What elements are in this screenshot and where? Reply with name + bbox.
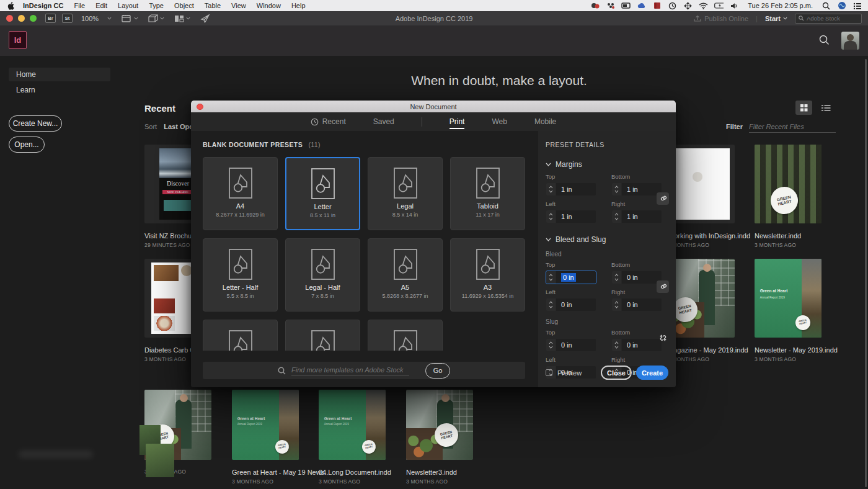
slug-bottom-field[interactable]: 0 in xyxy=(611,338,662,352)
volume-icon[interactable] xyxy=(730,1,739,10)
recent-file-card[interactable]: Green at Heart Annual Report 2019 GREEN … xyxy=(232,390,301,485)
menu-object[interactable]: Object xyxy=(174,2,194,9)
margins-section-header[interactable]: Margins xyxy=(546,160,668,169)
status-app-icon-2[interactable] xyxy=(606,1,615,10)
adobe-stock-searchbox[interactable] xyxy=(795,14,862,24)
tab-recent[interactable]: Recent xyxy=(311,112,346,131)
tab-web[interactable]: Web xyxy=(492,112,507,131)
status-cloud-icon[interactable] xyxy=(637,1,646,10)
view-options-dropdown[interactable] xyxy=(122,14,138,22)
preset-card-legal[interactable]: Legal 8.5 x 14 in xyxy=(368,157,443,230)
close-button[interactable]: Close xyxy=(601,366,632,380)
start-dropdown[interactable]: Start xyxy=(765,15,787,22)
template-search-input[interactable] xyxy=(291,366,409,375)
apple-menu-icon[interactable] xyxy=(7,2,14,10)
recent-file-card[interactable]: GREEN HEART magazine - May 2019.indd 3 M… xyxy=(668,259,737,362)
move-tool-icon[interactable] xyxy=(683,1,693,10)
battery-icon[interactable] xyxy=(714,1,724,10)
unlink-slug-icon[interactable] xyxy=(657,332,669,344)
recent-file-card[interactable]: Green at Heart Annual Report 2019 GREEN … xyxy=(319,390,388,485)
preset-card-a3[interactable]: A3 11.6929 x 16.5354 in xyxy=(450,238,525,312)
spotlight-icon[interactable] xyxy=(822,1,831,10)
menu-table[interactable]: Table xyxy=(205,2,221,9)
stepper-control[interactable] xyxy=(612,298,621,311)
stepper-control[interactable] xyxy=(612,183,621,195)
menu-window[interactable]: Window xyxy=(257,2,281,9)
margin-bottom-field[interactable]: 1 in xyxy=(611,182,662,196)
margin-right-field[interactable]: 1 in xyxy=(611,210,662,223)
screen-mode-dropdown[interactable] xyxy=(148,14,164,22)
link-bleed-icon[interactable] xyxy=(657,280,669,293)
bleed-left-field[interactable]: 0 in xyxy=(546,298,596,312)
tab-mobile[interactable]: Mobile xyxy=(534,112,556,131)
sidebar-item-home[interactable]: Home xyxy=(9,68,110,81)
menubar-app-name[interactable]: InDesign CC xyxy=(23,2,63,9)
margin-left-field[interactable]: 1 in xyxy=(546,210,596,223)
adobe-stock-search-input[interactable] xyxy=(807,15,856,22)
time-machine-icon[interactable] xyxy=(668,1,677,10)
menu-type[interactable]: Type xyxy=(149,2,164,9)
preset-card-a4[interactable]: A4 8.2677 x 11.6929 in xyxy=(203,157,278,230)
publish-online-button[interactable]: Publish Online xyxy=(694,15,748,22)
menu-view[interactable]: View xyxy=(231,2,246,9)
preview-checkbox[interactable] xyxy=(546,369,552,376)
arrange-documents-dropdown[interactable] xyxy=(174,15,190,22)
create-button[interactable]: Create xyxy=(636,366,668,380)
open-button[interactable]: Open... xyxy=(9,137,45,153)
stepper-control[interactable] xyxy=(546,183,556,195)
bleed-top-field[interactable]: 0 in xyxy=(546,271,596,284)
stepper-control[interactable] xyxy=(612,210,621,223)
create-new-button[interactable]: Create New... xyxy=(9,115,62,132)
bridge-button[interactable]: Br xyxy=(45,14,56,23)
status-app-icon-1[interactable] xyxy=(590,1,600,10)
stock-button[interactable]: St xyxy=(62,14,73,23)
gpu-performance-icon[interactable] xyxy=(200,14,210,23)
sidebar-item-learn[interactable]: Learn xyxy=(9,83,110,97)
stepper-control[interactable] xyxy=(546,298,556,311)
preset-card-11[interactable] xyxy=(368,320,443,351)
tab-saved[interactable]: Saved xyxy=(373,112,394,131)
window-zoom-button[interactable] xyxy=(30,15,37,22)
preset-card-letter-half[interactable]: Letter - Half 5.5 x 8.5 in xyxy=(203,238,278,312)
preset-card-tabloid[interactable]: Tabloid 11 x 17 in xyxy=(450,157,525,230)
preset-card-9[interactable] xyxy=(203,320,278,351)
stepper-control[interactable] xyxy=(612,339,621,351)
preset-card-10[interactable] xyxy=(285,320,360,351)
menu-edit[interactable]: Edit xyxy=(95,2,107,9)
menu-help[interactable]: Help xyxy=(291,2,306,9)
bleed-bottom-field[interactable]: 0 in xyxy=(611,271,662,284)
filter-recent-files-input[interactable] xyxy=(749,123,836,133)
siri-icon[interactable] xyxy=(837,1,846,10)
list-view-toggle[interactable] xyxy=(818,101,835,115)
menu-file[interactable]: File xyxy=(74,2,85,9)
recent-file-card[interactable]: GREEN HEART Newsletter.indd 3 MONTHS AGO xyxy=(755,145,824,248)
stepper-control[interactable] xyxy=(546,339,556,351)
recent-file-card[interactable]: Working with InDesign.indd 3 MONTHS AGO xyxy=(668,145,737,248)
stepper-control[interactable] xyxy=(546,210,556,223)
link-margins-icon[interactable] xyxy=(657,192,669,205)
status-red-app-icon[interactable] xyxy=(652,1,662,10)
preset-card-legal-half[interactable]: Legal - Half 7 x 8.5 in xyxy=(285,238,360,312)
wifi-icon[interactable] xyxy=(699,1,708,10)
stepper-control[interactable] xyxy=(546,271,556,284)
recent-file-card[interactable]: GREEN HEART Newsletter3.indd 3 MONTHS AG… xyxy=(406,390,476,485)
grid-view-toggle[interactable] xyxy=(795,101,812,115)
zoom-level-dropdown[interactable]: 100% xyxy=(81,15,112,22)
margin-top-field[interactable]: 1 in xyxy=(546,182,596,196)
window-close-button[interactable] xyxy=(6,15,13,22)
dialog-titlebar[interactable]: New Document xyxy=(191,101,676,112)
stepper-control[interactable] xyxy=(612,271,621,284)
window-scrollbar[interactable] xyxy=(865,59,867,487)
slug-top-field[interactable]: 0 in xyxy=(546,338,596,352)
go-button[interactable]: Go xyxy=(425,363,450,379)
bleed-slug-section-header[interactable]: Bleed and Slug xyxy=(546,235,668,244)
preset-card-letter[interactable]: Letter 8.5 x 11 in xyxy=(285,157,360,230)
menu-layout[interactable]: Layout xyxy=(118,2,138,9)
dialog-close-icon[interactable] xyxy=(197,104,203,110)
bleed-right-field[interactable]: 0 in xyxy=(611,298,662,312)
notification-center-icon[interactable] xyxy=(852,1,862,10)
home-search-icon[interactable] xyxy=(819,35,830,48)
status-display-icon[interactable] xyxy=(621,1,631,10)
menubar-clock[interactable]: Tue 26 Feb 2:05 p.m. xyxy=(748,2,813,9)
window-minimize-button[interactable] xyxy=(18,15,25,22)
